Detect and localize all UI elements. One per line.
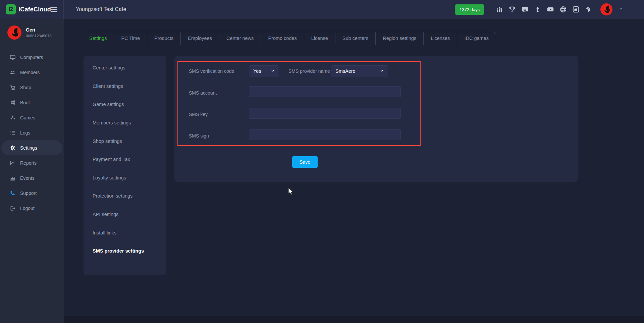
sidebar-item-boot[interactable]: Boot (1, 95, 62, 110)
icafecloud-app: { "topbar": { "brand": "iCafeCloud", "ca… (0, 0, 644, 323)
ranking-icon[interactable] (496, 6, 503, 13)
sms-verification-label: SMS verification code (189, 68, 234, 74)
sms-sign-input[interactable] (249, 129, 401, 140)
submenu-client-settings[interactable]: Client settings (84, 77, 166, 96)
settings-submenu-panel: Center settings Client settings Game set… (84, 56, 166, 275)
tab-pc-time[interactable]: PC Time (114, 32, 147, 45)
youtube-icon[interactable] (547, 6, 554, 13)
save-button[interactable]: Save (292, 156, 318, 168)
user-meta: Geri 008612345678 (26, 27, 52, 38)
cafe-title: Youngzsoft Test Cafe (76, 6, 126, 12)
sidebar-item-logout[interactable]: Logout (1, 201, 62, 216)
brand-name: iCafeCloud (18, 6, 51, 13)
sidebar-user-avatar (7, 25, 21, 40)
submenu-api-settings[interactable]: API settings (84, 205, 166, 224)
submenu-sms-provider-settings[interactable]: SMS provider settings (84, 242, 166, 260)
discord-icon[interactable] (521, 6, 529, 13)
submenu-loyalty-settings[interactable]: Loyalty settings (84, 169, 166, 187)
facebook-icon[interactable]: f (534, 6, 541, 13)
tab-settings[interactable]: Settings (82, 32, 114, 45)
sms-provider-select[interactable]: SmsAero (331, 65, 388, 76)
mouse-cursor (288, 187, 295, 197)
sms-account-input[interactable] (249, 86, 401, 97)
sidebar-item-label: Reports (20, 160, 37, 166)
user-block[interactable]: Geri 008612345678 (0, 19, 64, 46)
sidebar-item-label: Events (20, 175, 35, 181)
icafecloud-icon[interactable] (572, 6, 580, 13)
sidebar-item-shop[interactable]: Shop (1, 80, 62, 95)
trophy-icon[interactable] (508, 6, 516, 13)
topbar: i2 iCafeCloud Youngzsoft Test Cafe 1372 … (0, 0, 644, 19)
sidebar-item-reports[interactable]: Reports (1, 155, 62, 170)
sidebar: Geri 008612345678 Computers Members Shop (0, 19, 64, 323)
tab-idc-games[interactable]: IDC games (457, 32, 496, 45)
sms-settings-form-panel: SMS verification code Yes SMS provider n… (174, 56, 578, 182)
user-name: Geri (26, 27, 52, 33)
sidebar-item-support[interactable]: Support (1, 185, 62, 201)
tabstrip: Settings PC Time Products Employees Cent… (82, 32, 496, 45)
sidebar-item-label: Games (20, 115, 35, 120)
tab-license[interactable]: License (304, 32, 335, 45)
sidebar-item-label: Shop (20, 85, 31, 90)
sidebar-menu: Computers Members Shop Boot Games (0, 50, 64, 216)
user-avatar[interactable] (600, 3, 612, 15)
monitor-icon (10, 54, 16, 60)
crown-icon (10, 175, 16, 181)
sms-verification-select[interactable]: Yes (249, 65, 279, 76)
website-icon[interactable] (559, 6, 567, 13)
submenu-protection-settings[interactable]: Protection settings (84, 187, 166, 205)
icafecloud-logo-icon: i2 (6, 4, 16, 14)
tab-employees[interactable]: Employees (180, 32, 219, 45)
sms-verification-value: Yes (253, 68, 261, 74)
sms-key-input[interactable] (249, 108, 401, 119)
tab-products[interactable]: Products (147, 32, 180, 45)
sms-key-label: SMS key (189, 112, 208, 117)
phone-icon (10, 190, 16, 196)
submenu-payment-and-tax[interactable]: Payment and Tax (84, 150, 166, 169)
topbar-right-cluster: 1372 days f (455, 3, 644, 15)
submenu-shop-settings[interactable]: Shop settings (84, 132, 166, 150)
gamepad-icon (10, 115, 16, 121)
tab-sub-centers[interactable]: Sub centers (335, 32, 375, 45)
sms-account-label: SMS account (189, 90, 217, 96)
sms-sign-label: SMS sign (189, 133, 209, 139)
hamburger-menu-icon[interactable] (51, 7, 57, 12)
sidebar-item-events[interactable]: Events (1, 170, 62, 185)
sidebar-item-computers[interactable]: Computers (1, 50, 62, 65)
stack-icon[interactable] (585, 6, 592, 13)
sidebar-item-label: Settings (20, 145, 37, 151)
chart-icon (10, 160, 16, 166)
tab-region-settings[interactable]: Region settings (375, 32, 423, 45)
sidebar-item-games[interactable]: Games (1, 110, 62, 125)
gear-icon (10, 145, 16, 151)
brand-zone: i2 iCafeCloud (0, 0, 64, 19)
tab-promo-codes[interactable]: Promo codes (261, 32, 304, 45)
sidebar-item-label: Logs (20, 130, 30, 136)
sidebar-item-label: Boot (20, 100, 30, 105)
chevron-down-icon[interactable] (619, 6, 623, 12)
user-phone: 008612345678 (26, 34, 52, 38)
main-content: Settings PC Time Products Employees Cent… (64, 19, 644, 316)
sidebar-item-label: Support (20, 191, 37, 196)
sidebar-item-logs[interactable]: Logs (1, 125, 62, 140)
tab-center-news[interactable]: Center news (219, 32, 261, 45)
sidebar-item-label: Members (20, 70, 40, 75)
members-icon (10, 69, 16, 75)
submenu-game-settings[interactable]: Game settings (84, 95, 166, 114)
sidebar-item-settings[interactable]: Settings (1, 140, 62, 155)
sidebar-item-members[interactable]: Members (1, 65, 62, 80)
submenu-members-settings[interactable]: Members settings (84, 114, 166, 132)
sms-provider-label: SMS provider name (288, 68, 330, 74)
submenu-center-settings[interactable]: Center settings (84, 59, 166, 77)
sms-provider-value: SmsAero (335, 68, 356, 74)
license-days-badge[interactable]: 1372 days (455, 4, 484, 15)
windows-icon (10, 100, 16, 106)
list-icon (10, 130, 16, 136)
chevron-down-icon (380, 68, 384, 74)
tab-licenses[interactable]: Licenses (423, 32, 457, 45)
sidebar-item-label: Logout (20, 206, 35, 211)
cart-icon (10, 85, 16, 91)
submenu-install-links[interactable]: Install links (84, 223, 166, 242)
sidebar-item-label: Computers (20, 55, 43, 60)
chevron-down-icon (271, 68, 275, 74)
